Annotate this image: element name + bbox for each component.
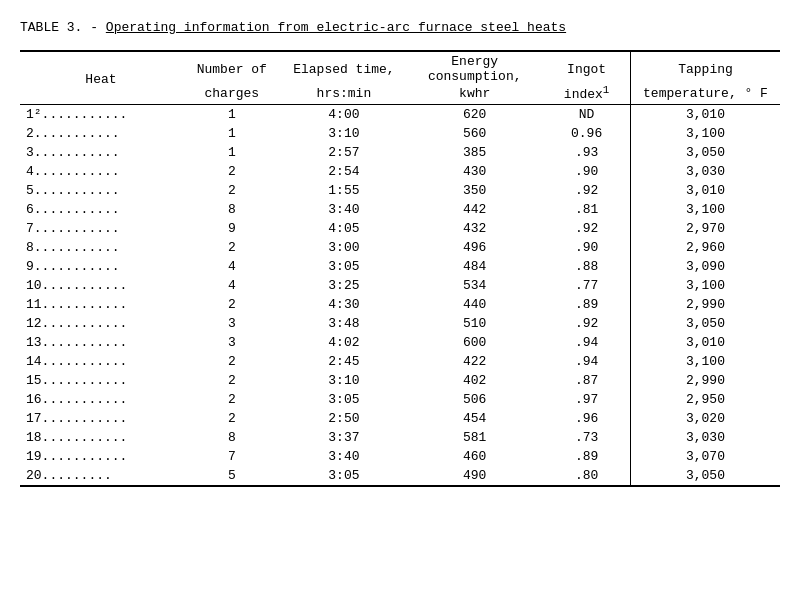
cell-row3-col5: .93	[543, 143, 630, 162]
cell-row13-col6: 3,010	[630, 333, 780, 352]
cell-row10-col5: .77	[543, 276, 630, 295]
page-title: TABLE 3. - Operating information from el…	[20, 20, 780, 35]
cell-row1-col4: 620	[406, 105, 543, 125]
table-row: 15...........23:10402.872,990	[20, 371, 780, 390]
cell-row3-col2: 1	[182, 143, 282, 162]
cell-row15-col6: 2,990	[630, 371, 780, 390]
cell-row7-col4: 432	[406, 219, 543, 238]
cell-row5-col2: 2	[182, 181, 282, 200]
table-row: 20.........53:05490.803,050	[20, 466, 780, 486]
table-row: 17...........22:50454.963,020	[20, 409, 780, 428]
cell-row3-col4: 385	[406, 143, 543, 162]
cell-row11-col3: 4:30	[282, 295, 407, 314]
table-row: 10...........43:25534.773,100	[20, 276, 780, 295]
cell-row14-col6: 3,100	[630, 352, 780, 371]
cell-row9-col4: 484	[406, 257, 543, 276]
cell-row11-col1: 11...........	[20, 295, 182, 314]
table-row: 6...........83:40442.813,100	[20, 200, 780, 219]
cell-row19-col6: 3,070	[630, 447, 780, 466]
cell-row13-col2: 3	[182, 333, 282, 352]
table-row: 4...........22:54430.903,030	[20, 162, 780, 181]
cell-row9-col5: .88	[543, 257, 630, 276]
cell-row16-col2: 2	[182, 390, 282, 409]
cell-row5-col4: 350	[406, 181, 543, 200]
table-row: 9...........43:05484.883,090	[20, 257, 780, 276]
cell-row4-col3: 2:54	[282, 162, 407, 181]
table-row: 12...........33:48510.923,050	[20, 314, 780, 333]
cell-row12-col5: .92	[543, 314, 630, 333]
table-row: 7...........94:05432.922,970	[20, 219, 780, 238]
cell-row9-col1: 9...........	[20, 257, 182, 276]
cell-row9-col2: 4	[182, 257, 282, 276]
cell-row10-col1: 10...........	[20, 276, 182, 295]
cell-row20-col6: 3,050	[630, 466, 780, 486]
title-underlined: Operating information from electric-arc …	[106, 20, 566, 35]
cell-row8-col3: 3:00	[282, 238, 407, 257]
cell-row7-col2: 9	[182, 219, 282, 238]
cell-row19-col3: 3:40	[282, 447, 407, 466]
cell-row11-col6: 2,990	[630, 295, 780, 314]
cell-row6-col3: 3:40	[282, 200, 407, 219]
cell-row6-col5: .81	[543, 200, 630, 219]
cell-row16-col1: 16...........	[20, 390, 182, 409]
cell-row3-col3: 2:57	[282, 143, 407, 162]
cell-row20-col5: .80	[543, 466, 630, 486]
col-ingot-header-1: Ingot	[543, 51, 630, 84]
cell-row1-col1: 1²...........	[20, 105, 182, 125]
table-body: 1²...........14:00620ND3,0102...........…	[20, 105, 780, 487]
cell-row13-col4: 600	[406, 333, 543, 352]
cell-row8-col4: 496	[406, 238, 543, 257]
table-row: 13...........34:02600.943,010	[20, 333, 780, 352]
cell-row7-col1: 7...........	[20, 219, 182, 238]
cell-row3-col1: 3...........	[20, 143, 182, 162]
cell-row11-col4: 440	[406, 295, 543, 314]
table-row: 18...........83:37581.733,030	[20, 428, 780, 447]
cell-row11-col5: .89	[543, 295, 630, 314]
cell-row5-col1: 5...........	[20, 181, 182, 200]
table-row: 11...........24:30440.892,990	[20, 295, 780, 314]
cell-row6-col6: 3,100	[630, 200, 780, 219]
table-row: 1²...........14:00620ND3,010	[20, 105, 780, 125]
cell-row12-col1: 12...........	[20, 314, 182, 333]
col-elapsed-header-1: Elapsed time,	[282, 51, 407, 84]
cell-row12-col6: 3,050	[630, 314, 780, 333]
cell-row16-col4: 506	[406, 390, 543, 409]
cell-row14-col3: 2:45	[282, 352, 407, 371]
cell-row2-col5: 0.96	[543, 124, 630, 143]
cell-row18-col1: 18...........	[20, 428, 182, 447]
cell-row2-col4: 560	[406, 124, 543, 143]
cell-row2-col2: 1	[182, 124, 282, 143]
cell-row1-col5: ND	[543, 105, 630, 125]
cell-row5-col6: 3,010	[630, 181, 780, 200]
col-elapsed-header-2: hrs:min	[282, 84, 407, 105]
col-heat-header: Heat	[20, 51, 182, 105]
cell-row14-col5: .94	[543, 352, 630, 371]
cell-row20-col2: 5	[182, 466, 282, 486]
cell-row7-col3: 4:05	[282, 219, 407, 238]
col-ingot-header-2: index1	[543, 84, 630, 105]
cell-row4-col4: 430	[406, 162, 543, 181]
cell-row9-col3: 3:05	[282, 257, 407, 276]
cell-row7-col6: 2,970	[630, 219, 780, 238]
cell-row20-col1: 20.........	[20, 466, 182, 486]
table-row: 8...........23:00496.902,960	[20, 238, 780, 257]
cell-row7-col5: .92	[543, 219, 630, 238]
data-table: Heat Number of Elapsed time, Energy cons…	[20, 50, 780, 487]
table-row: 16...........23:05506.972,950	[20, 390, 780, 409]
cell-row13-col5: .94	[543, 333, 630, 352]
cell-row4-col2: 2	[182, 162, 282, 181]
cell-row17-col5: .96	[543, 409, 630, 428]
cell-row12-col3: 3:48	[282, 314, 407, 333]
cell-row5-col3: 1:55	[282, 181, 407, 200]
cell-row6-col1: 6...........	[20, 200, 182, 219]
cell-row15-col3: 3:10	[282, 371, 407, 390]
cell-row6-col4: 442	[406, 200, 543, 219]
col-charges-header-1: Number of	[182, 51, 282, 84]
col-energy-header-2: kwhr	[406, 84, 543, 105]
cell-row10-col3: 3:25	[282, 276, 407, 295]
cell-row1-col2: 1	[182, 105, 282, 125]
cell-row20-col3: 3:05	[282, 466, 407, 486]
col-tapping-header-2: temperature, ° F	[630, 84, 780, 105]
cell-row20-col4: 490	[406, 466, 543, 486]
cell-row16-col5: .97	[543, 390, 630, 409]
